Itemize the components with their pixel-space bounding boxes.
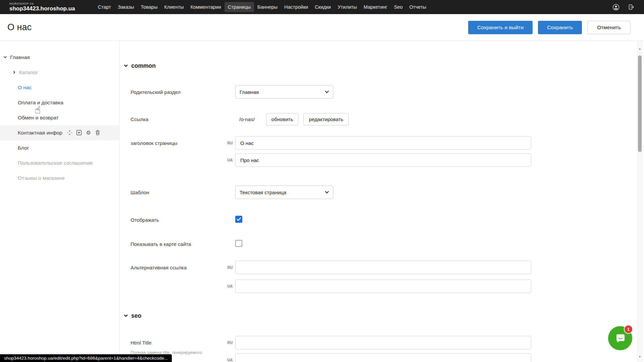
sidebar-item-katalog[interactable]: Каталог [0,65,119,80]
sidebar-item-label: О нас [18,85,32,91]
nav-item-comments[interactable]: Комментарии [187,2,224,12]
logout-icon[interactable] [627,3,635,11]
scrollbar-thumb[interactable] [638,55,642,152]
nav-item-banners[interactable]: Баннеры [254,2,281,12]
sitemap-label: Показывать в карте сайта [120,240,226,248]
parent-section-label: Родительский раздел [120,85,226,99]
pages-tree-sidebar: Главная Каталог О нас Оплата и доставка … [0,41,119,362]
nav-item-discounts[interactable]: Скидки [311,2,334,12]
chat-unread-badge: 1 [624,325,633,334]
cancel-button[interactable]: Отменить [587,21,631,34]
section-common-toggle[interactable]: common [124,62,637,70]
lang-ua-badge: UA [227,358,234,362]
chevron-down-icon [325,191,329,194]
sidebar-item-label: Пользовательское соглашение [18,160,93,166]
nav-item-pages[interactable]: Страницы [225,2,254,12]
sidebar-item-label: Отзывы о магазине [18,175,65,181]
sidebar-item-label: Главная [10,54,30,60]
brand-domain: shop34423.horoshop.ua [9,6,75,12]
sidebar-item-label: Блог [18,145,29,151]
top-navbar: HOROSHOP V4 shop34423.horoshop.ua Старт … [0,0,644,14]
scroll-down-arrow[interactable]: ▼ [637,354,643,359]
nav-item-clients[interactable]: Клиенты [161,2,187,12]
template-select[interactable]: Текстовая страница [235,186,333,199]
lang-ua-badge: UA [227,158,234,163]
gear-icon[interactable]: ⚙ [85,130,92,136]
page-title-ru-input[interactable] [235,136,531,150]
parent-section-value: Главная [240,89,325,95]
template-label: Шаблон [120,186,226,199]
lang-ru-badge: RU [227,340,234,345]
page-title-ua-input[interactable] [235,153,531,167]
main-nav: Старт Заказы Товары Клиенты Комментарии … [95,2,430,12]
tree-row-actions: ⚙ [66,130,101,136]
sidebar-item-blog[interactable]: Блог [0,140,119,155]
display-checkbox[interactable] [235,216,242,223]
alt-link-ua-input[interactable] [235,279,531,293]
trash-icon[interactable] [95,130,101,136]
lang-ua-badge: UA [227,284,234,289]
sitemap-checkbox[interactable] [235,240,242,247]
html-title-label: Html Title [131,336,226,349]
chat-bubble-icon [614,332,627,345]
navbar-right [612,3,635,11]
sidebar-item-otzyvy-o-magazine[interactable]: Отзывы о магазине [0,170,119,186]
cursor-hand: ☝ [35,104,41,116]
page-title: О нас [7,22,32,33]
lang-ru-badge: RU [227,141,234,146]
chevron-right-icon [12,70,16,75]
nav-item-start[interactable]: Старт [95,2,114,12]
link-update-button[interactable]: обновить [266,113,299,125]
vertical-scrollbar: ▲ ▼ [637,41,643,362]
link-path: /o-nas/ [239,116,255,122]
sidebar-item-o-nas[interactable]: О нас [0,80,119,95]
move-icon[interactable] [66,130,73,136]
scroll-up-arrow[interactable]: ▲ [637,46,643,51]
nav-item-settings[interactable]: Настройки [281,2,311,12]
html-title-ua-input[interactable] [235,353,531,362]
browser-status-url: shop34423.horoshop.ua/edit/edit.php?id=6… [0,354,172,362]
chevron-down-icon [3,55,7,60]
nav-item-products[interactable]: Товары [137,2,161,12]
chevron-down-icon [124,64,128,68]
alt-link-label: Альтернативная ссылка [120,261,226,274]
save-button[interactable]: Сохранить [538,21,582,34]
template-value: Текстовая страница [240,190,325,195]
check-icon [237,217,241,221]
page-edit-form: common Родительский раздел Главная Ссылк… [120,41,637,362]
section-seo-label: seo [131,312,141,319]
link-label: Ссылка [120,113,226,125]
sidebar-item-obmen-i-vozvrat[interactable]: Обмен и возврат [0,110,119,125]
sidebar-item-label: Контактная инфор [18,130,62,136]
chevron-down-icon [124,314,128,318]
chevron-down-icon [325,91,329,94]
save-and-exit-button[interactable]: Сохранить и выйти [468,21,533,34]
page-header: О нас Сохранить и выйти Сохранить Отмени… [0,14,644,41]
display-label: Отображать [120,216,226,224]
sidebar-item-glavnaya[interactable]: Главная [0,50,119,65]
sidebar-item-polzovatelskoe-soglashenie[interactable]: Пользовательское соглашение [0,155,119,170]
alt-link-ru-input[interactable] [235,261,531,274]
nav-item-seo[interactable]: Seo [391,2,406,12]
html-title-ru-input[interactable] [235,336,531,349]
nav-item-marketing[interactable]: Маркетинг [360,2,391,12]
section-seo-toggle[interactable]: seo [124,312,637,320]
sidebar-item-kontaktnaya-informatsiya[interactable]: Контактная инфор ⚙ [0,125,119,140]
add-icon[interactable] [76,130,82,136]
chat-launcher-button[interactable]: 1 [608,326,632,350]
nav-item-utilities[interactable]: Утилиты [334,2,360,12]
parent-section-select[interactable]: Главная [235,85,333,99]
link-edit-button[interactable]: редактировать [303,113,349,125]
nav-item-reports[interactable]: Отчеты [406,2,430,12]
account-icon[interactable] [612,3,620,11]
lang-ru-badge: RU [227,265,234,270]
nav-item-orders[interactable]: Заказы [114,2,137,12]
page-title-field-label: заголовок страницы [120,136,226,150]
section-common-label: common [131,62,156,69]
header-buttons: Сохранить и выйти Сохранить Отменить [468,21,631,34]
sidebar-item-label: Каталог [19,69,38,75]
brand-logo[interactable]: HOROSHOP V4 shop34423.horoshop.ua [9,2,75,11]
sidebar-item-oplata-i-dostavka[interactable]: Оплата и доставка [0,95,119,110]
